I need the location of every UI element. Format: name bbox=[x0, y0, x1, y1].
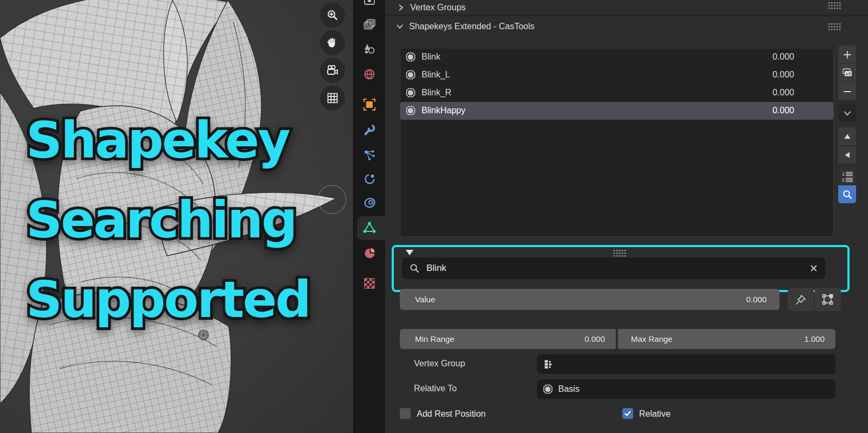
shapekey-value[interactable]: 0.000 bbox=[762, 52, 794, 62]
move-shapekey-left-button[interactable] bbox=[838, 146, 856, 164]
preset-card-icon bbox=[842, 68, 853, 79]
shapekey-icon bbox=[542, 384, 553, 395]
pan-button[interactable] bbox=[320, 30, 345, 55]
viewport-3d[interactable]: Shapekey Searching Supported Shapekey Se… bbox=[0, 0, 354, 433]
texture-checker-icon bbox=[363, 277, 376, 290]
tab-modifiers[interactable] bbox=[362, 123, 376, 137]
shapekey-row[interactable]: Blink 0.000 bbox=[400, 48, 833, 66]
search-subpanel-highlight bbox=[392, 245, 850, 292]
add-rest-position-checkbox[interactable] bbox=[400, 408, 411, 419]
shapekey-icon bbox=[405, 51, 416, 62]
shapekey-row[interactable]: Blink_R 0.000 bbox=[400, 84, 833, 102]
add-shapekey-button[interactable] bbox=[838, 46, 856, 63]
relative-to-field[interactable]: Basis bbox=[537, 379, 835, 399]
max-range-value: 1.000 bbox=[804, 334, 825, 344]
physics-icon bbox=[363, 172, 376, 186]
shapekey-name: Blink_L bbox=[422, 70, 756, 80]
shapekey-value[interactable]: 0.000 bbox=[762, 88, 794, 98]
render-icon bbox=[363, 0, 376, 8]
tab-render[interactable] bbox=[362, 0, 376, 8]
vertex-groups-title: Vertex Groups bbox=[410, 3, 465, 12]
list-sort-button[interactable]: 1 2 bbox=[838, 167, 856, 185]
tab-object[interactable] bbox=[362, 98, 376, 112]
tab-object-data[interactable] bbox=[362, 221, 376, 235]
pan-hand-icon bbox=[326, 36, 339, 49]
max-range-slider[interactable]: Max Range 1.000 bbox=[618, 329, 835, 349]
relative-checkbox[interactable] bbox=[622, 408, 633, 419]
tab-constraints[interactable] bbox=[362, 196, 376, 210]
svg-text:1: 1 bbox=[842, 171, 845, 177]
value-slider[interactable]: Value 0.000 bbox=[400, 289, 780, 310]
relative-to-label: Relative To bbox=[414, 384, 457, 393]
wireframe-model bbox=[0, 0, 354, 433]
shapekey-value[interactable]: 0.000 bbox=[762, 106, 794, 115]
tab-view-layer[interactable] bbox=[362, 17, 376, 31]
shapekey-name: BlinkHappy bbox=[422, 106, 756, 115]
plus-icon bbox=[843, 50, 852, 60]
subpanel-collapse-arrow[interactable] bbox=[406, 250, 413, 255]
tab-texture[interactable] bbox=[362, 276, 376, 290]
vertex-groups-header[interactable]: Vertex Groups bbox=[385, 0, 868, 15]
shapekey-search-field bbox=[402, 257, 825, 279]
pin-icon bbox=[795, 294, 807, 306]
move-shapekey-up-button[interactable] bbox=[838, 127, 856, 145]
add-rest-position-label[interactable]: Add Rest Position bbox=[417, 409, 486, 419]
earring-sphere bbox=[199, 330, 208, 340]
properties-panel: Vertex Groups Shapekeys Extended - CasTo… bbox=[385, 0, 868, 433]
panel-drag-handle[interactable] bbox=[828, 23, 841, 30]
max-range-label: Max Range bbox=[631, 334, 804, 344]
particles-icon bbox=[363, 148, 376, 162]
relative-label[interactable]: Relative bbox=[639, 409, 671, 419]
min-range-slider[interactable]: Min Range 0.000 bbox=[400, 329, 616, 349]
pin-button[interactable] bbox=[788, 288, 814, 311]
value-label: Value bbox=[415, 295, 746, 304]
chevron-down-icon bbox=[396, 23, 404, 30]
shapekey-value[interactable]: 0.000 bbox=[762, 70, 794, 80]
properties-tab-strip bbox=[354, 0, 385, 433]
tab-physics[interactable] bbox=[362, 172, 376, 186]
remove-shapekey-button[interactable] bbox=[838, 82, 856, 100]
list-search-toggle-button[interactable] bbox=[838, 185, 856, 203]
world-icon bbox=[363, 68, 376, 81]
relative-to-value: Basis bbox=[558, 384, 579, 394]
tab-world[interactable] bbox=[362, 67, 376, 81]
panel-divider bbox=[385, 15, 868, 16]
blender-window: Shapekey Searching Supported Shapekey Se… bbox=[0, 0, 868, 433]
triangle-up-icon bbox=[843, 132, 852, 141]
grid-view-button[interactable] bbox=[320, 86, 345, 111]
camera-view-button[interactable] bbox=[320, 58, 345, 83]
vertex-group-icon bbox=[542, 358, 554, 370]
svg-text:2: 2 bbox=[842, 177, 845, 183]
edit-points-button[interactable] bbox=[815, 288, 841, 311]
value-number: 0.000 bbox=[746, 295, 767, 304]
shapekey-row[interactable]: BlinkHappy 0.000 bbox=[400, 102, 833, 120]
shapekey-row[interactable]: Blink_L 0.000 bbox=[400, 66, 833, 84]
value-side-buttons bbox=[788, 288, 841, 311]
shapekey-icon bbox=[405, 105, 416, 116]
search-input[interactable] bbox=[425, 262, 804, 274]
shapekey-list: Blink 0.000 Blink_L 0.000 Blink_R 0.000 … bbox=[400, 48, 834, 237]
material-icon bbox=[363, 247, 376, 260]
sort-order-icon: 1 2 bbox=[841, 171, 853, 183]
chevron-down-icon bbox=[843, 109, 852, 118]
camera-icon bbox=[326, 63, 340, 77]
viewport-nav-gizmos bbox=[320, 3, 345, 113]
min-range-value: 0.000 bbox=[584, 334, 605, 344]
scene-icon bbox=[363, 42, 376, 55]
triangle-left-icon bbox=[843, 151, 852, 159]
tab-material[interactable] bbox=[362, 246, 376, 260]
shapekeys-header[interactable]: Shapekeys Extended - CasTools bbox=[385, 17, 868, 36]
shapekey-icon bbox=[405, 69, 416, 80]
subpanel-drag-handle[interactable] bbox=[613, 249, 626, 257]
chevron-right-icon bbox=[397, 4, 405, 11]
shapekey-menu-button[interactable] bbox=[838, 104, 856, 122]
tab-scene[interactable] bbox=[362, 42, 376, 56]
shapekey-icon bbox=[405, 87, 416, 98]
vertex-group-field[interactable] bbox=[537, 354, 835, 374]
tab-particles[interactable] bbox=[362, 148, 376, 162]
zoom-in-icon bbox=[326, 9, 339, 22]
panel-drag-handle[interactable] bbox=[828, 2, 841, 9]
shapekey-specials-button[interactable] bbox=[838, 63, 856, 82]
clear-search-icon[interactable] bbox=[809, 264, 818, 273]
zoom-button[interactable] bbox=[320, 3, 345, 28]
